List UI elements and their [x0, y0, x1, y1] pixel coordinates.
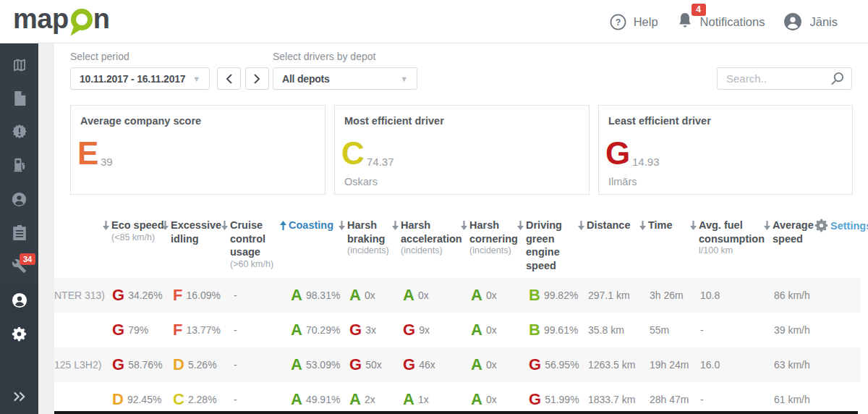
caret-down-icon: ▼	[400, 75, 408, 83]
card-grade: E	[77, 138, 98, 169]
cell-value: A0x	[471, 382, 497, 414]
cell-text: 16.0	[700, 359, 720, 371]
cell-value: A2x	[349, 382, 375, 414]
cell-text: -	[700, 324, 704, 336]
period-value: 10.11.2017 - 16.11.2017	[80, 73, 185, 85]
sort-desc-icon	[461, 221, 467, 230]
cell-value: 10.8	[700, 278, 720, 313]
search-input[interactable]	[726, 72, 830, 85]
grade-letter: A	[403, 390, 414, 409]
grade-letter: G	[529, 355, 541, 374]
sidebar-item-settings[interactable]	[0, 317, 38, 350]
cell-value: B99.61%	[529, 313, 578, 347]
cell-value: D92.45%	[112, 382, 161, 414]
bottom-scroll-strip[interactable]	[54, 411, 858, 414]
grade-letter: B	[529, 321, 540, 339]
cell-value: A98.31%	[291, 278, 340, 313]
grade-letter: G	[112, 321, 124, 339]
table-row[interactable]: 125 L3H2)G58.76%D5.26%-A53.09%G50xG46xA0…	[54, 347, 860, 382]
cell-value: G56.95%	[529, 347, 579, 382]
column-header-cruise-control-usage[interactable]: Cruise control usage(>60 km/h)	[230, 219, 282, 270]
sort-desc-icon	[162, 221, 169, 230]
sort-desc-icon	[517, 221, 524, 230]
cell-text: 50x	[365, 359, 382, 371]
card-value: 39	[101, 156, 113, 168]
top-header: map n ? Help 4 Notifications	[0, 0, 868, 43]
cell-text: 79%	[128, 324, 148, 336]
cell-value: A0x	[471, 278, 497, 313]
card-driver-name: Ilmārs	[608, 176, 637, 187]
cell-text: 0x	[486, 394, 497, 405]
table-settings-button[interactable]: Settings	[814, 219, 868, 232]
sidebar-item-fuel[interactable]	[0, 148, 38, 182]
prev-period-button[interactable]	[217, 67, 241, 90]
notifications-badge: 4	[692, 4, 706, 16]
card-title: Most efficient driver	[344, 115, 444, 127]
column-subtitle: (incidents)	[469, 245, 532, 256]
next-period-button[interactable]	[245, 67, 269, 90]
clipboard-icon	[13, 225, 26, 240]
card-driver-name: Oskars	[344, 176, 378, 187]
cell-value: -	[700, 382, 704, 414]
cell-value: 61 km/h	[774, 382, 810, 414]
sidebar-item-tasks[interactable]	[0, 216, 38, 249]
column-header-time[interactable]: Time	[648, 219, 693, 232]
sidebar-item-alerts[interactable]	[0, 115, 38, 148]
logo-pin-icon	[68, 4, 95, 39]
cell-text: 58.76%	[128, 359, 162, 371]
page-gutter	[38, 43, 54, 414]
table-row[interactable]: D92.45%C2.28%-A49.91%A2xA1xA0xG51.99%183…	[54, 382, 860, 414]
sidebar-item-drivers[interactable]	[0, 182, 38, 216]
card-average-score: Average company score E 39	[70, 105, 326, 195]
table-row[interactable]: NTER 313)G34.26%F16.09%-A98.31%A0xA0xA0x…	[54, 278, 860, 313]
grade-letter: A	[291, 390, 302, 409]
cell-value: A0x	[471, 347, 497, 382]
grade-letter: A	[291, 321, 302, 339]
depot-select[interactable]: All depots ▼	[273, 67, 417, 90]
cell-value: 1833.7 km	[588, 382, 635, 414]
cell-value: A70.29%	[291, 313, 340, 347]
grade-letter: D	[173, 355, 184, 374]
sidebar-expand-button[interactable]	[0, 380, 38, 413]
column-header-avg-fuel-consumption[interactable]: Avg. fuel consumptionl/100 km	[699, 219, 773, 256]
mapon-logo[interactable]: map n	[13, 4, 109, 39]
cell-text: 10.8	[700, 290, 720, 301]
cell-value: F13.77%	[173, 313, 221, 347]
sidebar-item-maintenance[interactable]: 34	[0, 249, 38, 282]
user-menu[interactable]: Jānis	[783, 12, 838, 31]
card-least-efficient: Least efficient driver G 14.93 Ilmārs	[598, 105, 853, 195]
cell-value: A0x	[349, 278, 375, 313]
user-avatar-icon	[783, 12, 802, 31]
cell-text: 61 km/h	[774, 394, 810, 405]
alert-badge-icon	[12, 124, 27, 140]
cell-text: 98.31%	[306, 290, 340, 301]
cell-value: D5.26%	[173, 347, 217, 382]
cell-value: -	[234, 278, 237, 313]
notifications-label: Notifications	[700, 15, 765, 29]
sidebar-item-reports[interactable]	[0, 82, 38, 115]
grade-letter: A	[349, 286, 361, 305]
sidebar-item-map[interactable]	[0, 48, 38, 82]
notifications-button[interactable]: 4 Notifications	[677, 12, 765, 32]
cell-text: 9x	[419, 324, 430, 336]
column-header-eco-speed[interactable]: Eco speed(<85 km/h)	[111, 219, 180, 243]
grade-letter: C	[173, 390, 184, 409]
search-icon[interactable]	[830, 72, 844, 85]
table-row[interactable]: G79%F13.77%-A70.29%G3xG9xA0xB99.61%35.8 …	[54, 313, 860, 347]
column-subtitle: (>60 km/h)	[230, 259, 282, 270]
cell-text: 1833.7 km	[588, 394, 635, 405]
grade-letter: A	[471, 355, 482, 374]
column-header-driving-green-engine-speed[interactable]: Driving green engine speed	[526, 219, 576, 272]
gear-icon	[12, 326, 27, 342]
period-select[interactable]: 10.11.2017 - 16.11.2017 ▼	[70, 67, 210, 90]
sort-desc-icon	[339, 221, 345, 230]
sidebar-item-account[interactable]	[0, 284, 38, 317]
column-subtitle: (incidents)	[347, 245, 401, 256]
search-box	[717, 67, 852, 90]
fuel-pump-icon	[12, 158, 27, 172]
cell-value: B99.82%	[529, 278, 578, 313]
sort-desc-icon	[578, 221, 584, 230]
main-content: Select period 10.11.2017 - 16.11.2017 ▼ …	[54, 43, 860, 414]
grade-letter: G	[529, 390, 541, 409]
help-button[interactable]: ? Help	[610, 14, 658, 30]
